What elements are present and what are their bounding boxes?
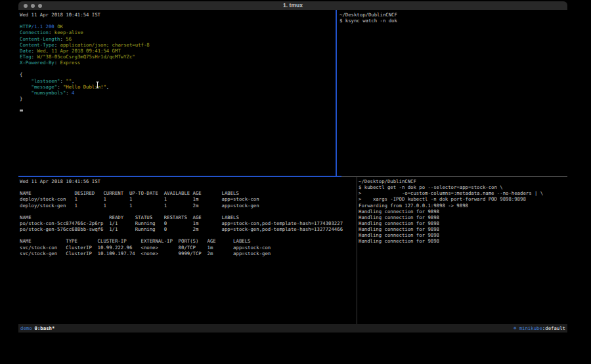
session-name: demo — [20, 325, 32, 331]
kube-namespace: :default — [542, 325, 565, 331]
mouse-ibeam-cursor — [95, 81, 100, 89]
http-response-output: Wed 11 Apr 2018 10:41:54 IST HTTP/1.1 20… — [18, 10, 336, 102]
window-titlebar[interactable]: 1. tmux — [18, 1, 567, 10]
pane-divider-vertical-bottom[interactable] — [357, 177, 357, 324]
pane-kubectl-get[interactable]: Wed 11 Apr 2018 10:41:56 IST NAME DESIRE… — [18, 177, 357, 324]
pane-http-response[interactable]: Wed 11 Apr 2018 10:41:54 IST HTTP/1.1 20… — [18, 10, 336, 176]
ksync-watch-output: ~/Desktop/DublinCNCF$ ksync watch -n dok — [337, 10, 567, 24]
active-window-label[interactable]: 0:bash* — [35, 325, 55, 331]
screen: 1. tmux Wed 11 Apr 2018 10:41:54 IST HTT… — [0, 0, 591, 364]
terminal-window: 1. tmux Wed 11 Apr 2018 10:41:54 IST HTT… — [18, 1, 567, 333]
window-title: 1. tmux — [18, 1, 567, 10]
tmux-status-bar: demo 0:bash* ☸ minikube :default — [18, 324, 567, 333]
kube-context: ☸ minikube — [514, 325, 542, 331]
tmux-terminal: Wed 11 Apr 2018 10:41:54 IST HTTP/1.1 20… — [18, 10, 567, 324]
kubectl-get-output: Wed 11 Apr 2018 10:41:56 IST NAME DESIRE… — [18, 177, 357, 256]
terminal-cursor — [20, 110, 23, 111]
port-forward-output: ~/Desktop/DublinCNCF$ kubectl get -n dok… — [358, 177, 567, 245]
pane-port-forward[interactable]: ~/Desktop/DublinCNCF$ kubectl get -n dok… — [358, 177, 567, 324]
pane-ksync-watch[interactable]: ~/Desktop/DublinCNCF$ ksync watch -n dok — [337, 10, 567, 176]
